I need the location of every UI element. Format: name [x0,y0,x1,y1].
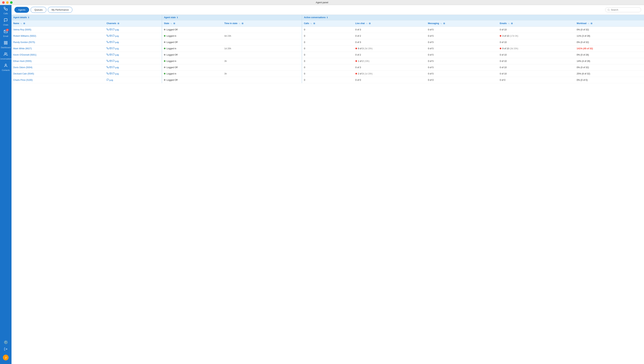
cell-workload: 11% (3 of 28) [575,33,644,39]
time-sort-icon[interactable]: ↑↓ [238,23,240,25]
tab-queues[interactable]: Queues [30,7,46,13]
name-filter-icon[interactable]: ⊟ [23,22,25,25]
tab-myperformance[interactable]: My Performance [48,7,72,13]
close-button[interactable] [2,1,5,4]
channels-filter-icon[interactable]: ⊟ [118,22,119,25]
emails-sort-icon[interactable]: ↑↓ [508,23,510,25]
calls-filter-icon[interactable]: ⊟ [314,22,315,25]
email-icon: 5 [4,30,8,34]
cell-emails: 0 of 0 [498,77,575,83]
state-label: Logged in [166,35,176,37]
cell-calls: 0 [302,33,354,39]
maximize-button[interactable] [10,1,12,4]
state-sort-icon[interactable]: ↑↓ [170,23,172,25]
calls-sort-icon[interactable]: ↑↓ [310,23,312,25]
search-box[interactable] [605,7,641,12]
time-filter-icon[interactable]: ⊟ [242,22,243,25]
cell-time-in-state [222,39,302,46]
status-dot [164,29,166,30]
cell-workload: 0% (0 of 28) [575,52,644,58]
cell-state: Logged Off [162,77,222,83]
live-chat-alert-dot [356,73,357,75]
search-input[interactable] [611,9,639,11]
status-dot [164,79,166,81]
cell-name: Mark White (9027) [12,46,105,52]
live-chat-value: 0 of 3 [356,29,361,31]
col-time-in-state[interactable]: Time in state ↑↓ ⊟ [222,20,302,27]
channels-extra: (+3) [115,41,119,44]
svg-rect-3 [4,43,6,44]
sidebar-item-email[interactable]: 5 Email [0,28,12,39]
cell-messaging: 0 of 5 [426,52,498,58]
sidebar-item-conversations[interactable]: Conversations [0,50,12,62]
livechat-filter-icon[interactable]: ⊟ [369,22,370,25]
col-channels[interactable]: Channels ⊟ [105,20,162,27]
cell-name: Doris Odom (5004) [12,64,105,71]
cell-live-chat: 0 of 2 [354,52,426,58]
sidebar-item-contacts[interactable]: Contacts [0,62,12,73]
cell-workload: 0% (0 of 32) [575,64,644,71]
col-calls[interactable]: Calls ↑↓ ⊟ [302,20,354,27]
livechat-sort-icon[interactable]: ↑↓ [366,23,368,25]
window-controls[interactable] [2,1,12,4]
col-messaging[interactable]: Messaging ↑↓ ⊟ [426,20,498,27]
emails-alert-dot [500,35,501,37]
logout-icon[interactable] [4,347,8,352]
chat-channel-icon [112,73,115,75]
emails-filter-icon[interactable]: ⊟ [511,22,513,25]
messaging-sort-icon[interactable]: ↑↓ [440,23,442,25]
workload-filter-icon[interactable]: ⊟ [591,22,592,25]
cell-live-chat: 0 of 3 [354,27,426,33]
svg-point-7 [608,9,609,11]
email-channel-icon [110,60,112,63]
col-name[interactable]: Name ↑↓ ⊟ [12,20,105,27]
active-conv-info-icon[interactable]: ℹ [327,16,328,19]
sidebar: Calls Chats 5 Email Dashboard Conversati… [0,0,12,364]
topbar: Agents Queues My Performance [12,5,644,15]
settings-icon[interactable]: ⚙️ [4,340,8,344]
table-row: Ethan Hunt (5555)(+1)Logged in3h01 of 2(… [12,58,644,64]
cell-messaging: 0 of 5 [426,33,498,39]
cell-messaging: 0 of 5 [426,39,498,46]
col-emails[interactable]: Emails ↑↓ ⊟ [498,20,575,27]
cell-name: Randy Gordon (5575) [12,39,105,46]
agent-state-info-icon[interactable]: ℹ [177,16,178,19]
emails-value: 0 of 0 [500,79,505,81]
name-sort-icon[interactable]: ↑↓ [20,23,22,25]
active-conversations-header: Active conversations ℹ [302,15,644,20]
svg-rect-0 [4,41,6,43]
state-label: Logged Off [166,41,178,44]
state-filter-icon[interactable]: ⊟ [174,22,175,25]
svg-line-8 [609,10,610,11]
cell-channels: (+3) [105,52,162,58]
messaging-filter-icon[interactable]: ⊟ [443,22,445,25]
table-row: Deckard Cain (5545)(+1)Logged in3h02 of … [12,71,644,77]
cell-time-in-state: 3h [222,71,302,77]
live-chat-time: (3d 20h) [364,47,373,50]
cell-state: Logged Off [162,39,222,46]
tab-agents[interactable]: Agents [14,7,29,13]
cell-workload: 0% (0 of 32) [575,27,644,33]
agent-details-info-icon[interactable]: ℹ [28,16,29,19]
cell-messaging: 0 of 5 [426,27,498,33]
col-workload[interactable]: Workload ↑↓ ⊟ [575,20,644,27]
sidebar-item-chats[interactable]: Chats [0,16,12,28]
chat-channel-icon [112,54,115,56]
sidebar-item-calls[interactable]: Calls [0,5,12,16]
avatar[interactable]: J [3,355,8,360]
cell-messaging: 0 of 5 [426,58,498,64]
sidebar-item-dashboard[interactable]: Dashboard [0,39,12,50]
live-chat-value: 9 of 3 [358,47,364,50]
col-state[interactable]: State ↑↓ ⊟ [162,20,222,27]
minimize-button[interactable] [6,1,8,4]
cell-channels: (+3) [105,39,162,46]
phone-channel-icon [106,66,109,69]
status-dot [164,54,166,56]
workload-sort-icon[interactable]: ↑↓ [588,23,590,25]
col-live-chat[interactable]: Live chat ↑↓ ⊟ [354,20,426,27]
live-chat-value: 0 of 3 [356,41,361,44]
cell-live-chat: 9 of 3(3d 20h) [354,46,426,52]
cell-messaging: 0 of 0 [426,77,498,83]
cell-name: Deckard Cain (5545) [12,71,105,77]
live-chat-value: 0 of 2 [356,35,361,37]
